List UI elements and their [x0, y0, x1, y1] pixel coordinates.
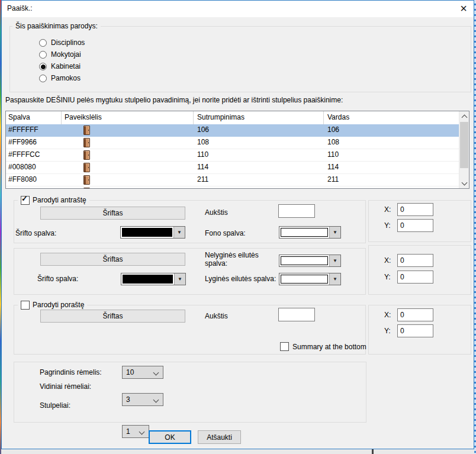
- cell-color: #FF9966: [6, 137, 62, 149]
- main-border-select[interactable]: 10: [122, 366, 163, 379]
- ok-button-label: OK: [165, 433, 175, 442]
- door-icon: [83, 175, 90, 185]
- footer-y-input[interactable]: [397, 324, 433, 337]
- instruction-text: Paspauskite DEŠINIU pelės mygtuku stulpe…: [5, 96, 343, 104]
- radio-icon[interactable]: [39, 51, 47, 59]
- background-bottom-strip: [1, 449, 474, 454]
- chevron-down-icon: [139, 429, 145, 435]
- radio-option[interactable]: Mokytojai: [39, 49, 85, 60]
- ok-button[interactable]: OK: [149, 430, 191, 444]
- cell-image: [62, 162, 194, 173]
- table-row[interactable]: #CC9966 212 212: [6, 186, 459, 189]
- rows-font-color-swatch: [123, 275, 173, 284]
- inner-borders-label: Vidiniai rėmeliai:: [40, 382, 91, 391]
- columns-count-select[interactable]: 1: [122, 425, 149, 438]
- dropdown-arrow-icon[interactable]: ▼: [329, 255, 340, 266]
- footer-x-input[interactable]: [397, 308, 433, 321]
- main-border-value: 10: [126, 368, 134, 376]
- column-header-image[interactable]: Paveikslėlis: [62, 111, 194, 124]
- radio-group: Disciplinos Mokytojai Kabinetai Pamokos: [39, 37, 85, 84]
- inner-borders-select[interactable]: 3: [122, 393, 163, 406]
- footer-height-input[interactable]: [278, 308, 315, 321]
- table-row[interactable]: #FF8080 211 211: [6, 174, 459, 186]
- scrollbar-thumb[interactable]: [460, 122, 468, 168]
- header-bg-color-dropdown[interactable]: ▼: [279, 226, 341, 239]
- main-border-label: Pagrindinis rėmelis:: [40, 368, 102, 376]
- column-header-abbreviation[interactable]: Sutrumpinimas: [194, 111, 324, 124]
- table-row[interactable]: #FFFFFF 106 106: [6, 124, 459, 137]
- rows-font-color-label: Šrifto spalva:: [37, 275, 78, 283]
- inner-borders-value: 3: [126, 395, 130, 404]
- table-scrollbar[interactable]: [459, 111, 469, 188]
- dropdown-arrow-icon[interactable]: ▼: [329, 273, 340, 285]
- header-font-button[interactable]: Šriftas: [40, 207, 185, 220]
- scroll-up-button[interactable]: [459, 111, 469, 121]
- odd-rows-color-label: Nelyginės eilutės spalva:: [205, 251, 275, 268]
- table-header: Spalva Paveikslėlis Sutrumpinimas Vardas: [6, 111, 459, 124]
- rows-font-color-dropdown[interactable]: ▼: [121, 273, 186, 285]
- cell-color: #FFFFCC: [6, 149, 62, 161]
- radio-label: Kabinetai: [51, 62, 81, 70]
- header-height-input[interactable]: [278, 204, 315, 218]
- table-row[interactable]: #FFFFCC 110 110: [6, 149, 459, 162]
- door-icon: [83, 125, 90, 135]
- cell-name: 106: [324, 124, 459, 136]
- columns-count-value: 1: [126, 427, 130, 436]
- header-x-label: X:: [384, 205, 391, 214]
- odd-rows-color-dropdown[interactable]: ▼: [279, 255, 341, 267]
- radio-icon[interactable]: [39, 39, 47, 47]
- table-row[interactable]: #FF9966 108 108: [6, 137, 459, 149]
- cell-abbreviation: 108: [194, 137, 324, 149]
- footer-font-button[interactable]: Šriftas: [40, 310, 185, 323]
- titlebar[interactable]: Paaišk.: ×: [2, 1, 474, 17]
- rows-y-input[interactable]: [397, 271, 433, 284]
- rows-x-input[interactable]: [397, 254, 433, 267]
- header-x-input[interactable]: [397, 203, 433, 216]
- dropdown-arrow-icon[interactable]: ▼: [174, 273, 185, 285]
- cell-abbreviation: 114: [194, 162, 324, 173]
- rows-font-button[interactable]: Šriftas: [40, 253, 185, 266]
- cell-color: #008080: [6, 162, 62, 173]
- header-y-label: Y:: [384, 221, 391, 230]
- radio-icon[interactable]: [39, 75, 47, 82]
- header-font-color-dropdown[interactable]: ▼: [120, 226, 185, 239]
- summary-checkbox-row[interactable]: Summary at the bottom: [280, 342, 366, 351]
- column-header-color[interactable]: Spalva: [6, 111, 62, 124]
- header-bg-color-swatch: [281, 228, 328, 237]
- rows-font-button-label: Šriftas: [102, 255, 123, 263]
- radio-option[interactable]: Kabinetai: [39, 60, 85, 72]
- window-title: Paaišk.:: [7, 4, 33, 12]
- show-header-label: Parodyti antraštę: [33, 196, 86, 204]
- cell-color: #FF8080: [6, 174, 62, 186]
- show-footer-checkbox[interactable]: [21, 301, 30, 310]
- chevron-up-icon: [461, 114, 467, 120]
- radio-option[interactable]: Pamokos: [39, 72, 85, 84]
- radio-option[interactable]: Disciplinos: [39, 37, 85, 49]
- dropdown-arrow-icon[interactable]: ▼: [173, 227, 185, 238]
- show-header-checkbox[interactable]: [21, 196, 30, 205]
- cell-image: [62, 149, 194, 161]
- dropdown-arrow-icon[interactable]: ▼: [329, 227, 340, 238]
- column-header-name[interactable]: Vardas: [324, 111, 459, 124]
- radio-icon[interactable]: [39, 63, 47, 70]
- even-rows-color-dropdown[interactable]: ▼: [279, 273, 341, 285]
- radio-label: Disciplinos: [51, 38, 85, 47]
- cancel-button[interactable]: Atšaukti: [198, 430, 241, 444]
- show-options-legend: Šis paaiškinimas parodys:: [12, 22, 101, 30]
- dialog-window: Paaišk.: × Šis paaiškinimas parodys: Dis…: [1, 0, 474, 449]
- cell-color: #CC9966: [6, 186, 62, 189]
- show-header-checkbox-row[interactable]: Parodyti antraštę: [18, 196, 89, 204]
- header-font-color-label: Šrifto spalva:: [15, 229, 56, 237]
- chevron-down-icon: [461, 180, 467, 186]
- table-row[interactable]: #008080 114 114: [6, 162, 459, 174]
- show-footer-checkbox-row[interactable]: Parodyti poraštę: [18, 301, 87, 309]
- cell-image: [62, 124, 194, 136]
- door-icon: [83, 138, 90, 147]
- cancel-button-label: Atšaukti: [207, 433, 232, 442]
- door-icon: [83, 188, 90, 189]
- cell-name: 211: [324, 174, 459, 186]
- close-icon[interactable]: ×: [460, 1, 467, 15]
- scroll-down-button[interactable]: [459, 178, 469, 188]
- summary-checkbox[interactable]: [280, 342, 289, 351]
- header-y-input[interactable]: [397, 219, 433, 232]
